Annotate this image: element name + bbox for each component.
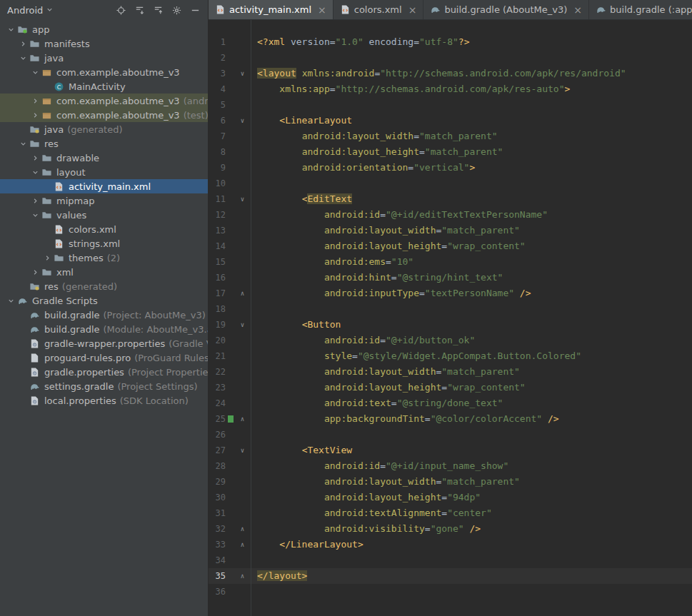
hide-icon[interactable] — [190, 5, 201, 16]
settings-icon[interactable] — [171, 5, 182, 16]
code-line[interactable]: 5 — [209, 97, 692, 113]
tree-item-gradle-wrapper-properties-gradle-version[interactable]: gradle-wrapper.properties(Gradle Version — [0, 336, 208, 350]
fold-open-icon[interactable]: ∨ — [235, 66, 250, 81]
fold-close-icon[interactable]: ∧ — [235, 537, 250, 552]
chevron-down-icon[interactable] — [30, 211, 41, 219]
code-line[interactable]: 30 android:layout_height="94dp" — [209, 490, 692, 505]
code-line[interactable]: 11∨ <EditText — [209, 191, 692, 207]
tree-item-com-example-aboutme-v3[interactable]: com.example.aboutme_v3 — [0, 65, 208, 79]
tree-item-gradle-properties-project-properties[interactable]: gradle.properties(Project Properties) — [0, 365, 208, 379]
tree-item-xml[interactable]: xml — [0, 265, 208, 279]
tree-item-strings-xml[interactable]: strings.xml — [0, 236, 208, 251]
code-line[interactable]: 32∧ android:visibility="gone" /> — [209, 521, 692, 537]
tree-item-activity-main-xml[interactable]: activity_main.xml — [0, 179, 208, 193]
locate-icon[interactable] — [116, 5, 126, 16]
chevron-down-icon[interactable] — [30, 69, 41, 76]
tree-item-res[interactable]: res — [0, 136, 208, 151]
chevron-right-icon[interactable] — [30, 268, 41, 276]
code-line[interactable]: 20 android:id="@+id/button_ok" — [209, 333, 692, 348]
chevron-right-icon[interactable] — [30, 97, 41, 105]
close-icon[interactable]: × — [573, 5, 582, 15]
expand-all-icon[interactable] — [134, 5, 145, 16]
code-line[interactable]: 22 android:layout_width="match_parent" — [209, 364, 692, 380]
fold-close-icon[interactable]: ∧ — [235, 521, 250, 537]
tree-item-local-properties-sdk-location[interactable]: local.properties(SDK Location) — [0, 393, 208, 408]
code-line[interactable]: 27∨ <TextView — [209, 443, 692, 458]
code-line[interactable]: 17∧ android:inputType="textPersonName" /… — [209, 286, 692, 301]
fold-close-icon[interactable]: ∧ — [235, 568, 250, 584]
tree-item-manifests[interactable]: manifests — [0, 36, 208, 51]
code-line[interactable]: 28 android:id="@+id/input_name_show" — [209, 458, 692, 474]
code-line[interactable]: 8 android:layout_height="match_parent" — [209, 144, 692, 160]
collapse-all-icon[interactable] — [153, 5, 164, 16]
code-line[interactable]: 29 android:layout_width="match_parent" — [209, 474, 692, 490]
code-line[interactable]: 12 android:id="@+id/editTextTextPersonNa… — [209, 207, 692, 223]
code-line[interactable]: 10 — [209, 176, 692, 191]
code-line[interactable]: 16 android:hint="@string/hint_text" — [209, 270, 692, 286]
code-line[interactable]: 3∨<layout xmlns:android="http://schemas.… — [209, 66, 692, 81]
code-line[interactable]: 9 android:orientation="vertical"> — [209, 160, 692, 176]
editor-tab-build-gradle-app[interactable]: build.gradle (:app)× — [589, 0, 692, 19]
tree-item-themes-2[interactable]: themes(2) — [0, 251, 208, 265]
code-line[interactable]: 25∧ app:backgroundTint="@color/colorAcce… — [209, 411, 692, 427]
code-line[interactable]: 15 android:ems="10" — [209, 254, 692, 270]
chevron-down-icon[interactable] — [6, 26, 16, 34]
code-line[interactable]: 31 android:textAlignment="center" — [209, 505, 692, 521]
code-line[interactable]: 26 — [209, 427, 692, 443]
chevron-right-icon[interactable] — [30, 111, 41, 119]
chevron-down-icon[interactable] — [30, 168, 41, 176]
chevron-right-icon[interactable] — [30, 154, 41, 162]
chevron-right-icon[interactable] — [42, 254, 53, 262]
fold-close-icon[interactable]: ∧ — [235, 286, 250, 301]
code-line[interactable]: 6∨ <LinearLayout — [209, 113, 692, 128]
tree-item-mainactivity[interactable]: CMainActivity — [0, 79, 208, 94]
tree-item-com-example-aboutme-v3-test[interactable]: com.example.aboutme_v3(test) — [0, 108, 208, 122]
code-line[interactable]: 1<?xml version="1.0" encoding="utf-8"?> — [209, 34, 692, 50]
close-icon[interactable]: × — [408, 5, 417, 15]
tree-item-proguard-rules-pro-proguard-rules-for-ab[interactable]: proguard-rules.pro(ProGuard Rules for Ab — [0, 350, 208, 365]
chevron-down-icon[interactable] — [6, 297, 16, 305]
tree-item-drawable[interactable]: drawable — [0, 151, 208, 165]
code-line[interactable]: 24 android:text="@string/done_text" — [209, 395, 692, 411]
close-icon[interactable]: × — [318, 5, 326, 15]
code-line[interactable]: 19∨ <Button — [209, 317, 692, 333]
code-line[interactable]: 23 android:layout_height="wrap_content" — [209, 380, 692, 395]
project-view-selector[interactable]: Android — [7, 5, 54, 16]
chevron-down-icon[interactable] — [18, 54, 29, 62]
tree-item-colors-xml[interactable]: colors.xml — [0, 222, 208, 236]
fold-open-icon[interactable]: ∨ — [235, 443, 250, 458]
code-line[interactable]: 4 xmlns:app="http://schemas.android.com/… — [209, 81, 692, 97]
fold-open-icon[interactable]: ∨ — [235, 113, 250, 128]
tree-item-gradle-scripts[interactable]: Gradle Scripts — [0, 293, 208, 308]
tree-item-res-generated[interactable]: res(generated) — [0, 279, 208, 293]
code-editor[interactable]: 1<?xml version="1.0" encoding="utf-8"?>2… — [209, 20, 692, 616]
chevron-down-icon[interactable] — [18, 140, 29, 148]
tree-item-build-gradle-project-aboutme-v3[interactable]: build.gradle(Project: AboutMe_v3) — [0, 308, 208, 322]
tree-item-java[interactable]: java — [0, 51, 208, 65]
chevron-right-icon[interactable] — [18, 40, 29, 48]
tree-item-build-gradle-module-aboutme-v3-app[interactable]: build.gradle(Module: AboutMe_v3.app) — [0, 322, 208, 336]
editor-tab-build-gradle-aboutme-v3[interactable]: build.gradle (AboutMe_v3)× — [423, 0, 589, 19]
code-line[interactable]: 21 style="@style/Widget.AppCompat.Button… — [209, 348, 692, 364]
code-line[interactable]: 35∧</layout> — [209, 568, 692, 584]
code-line[interactable]: 2 — [209, 50, 692, 66]
tree-item-settings-gradle-project-settings[interactable]: settings.gradle(Project Settings) — [0, 379, 208, 393]
tree-item-com-example-aboutme-v3-androidtes[interactable]: com.example.aboutme_v3(androidTes — [0, 94, 208, 108]
code-line[interactable]: 14 android:layout_height="wrap_content" — [209, 238, 692, 254]
tree-item-values[interactable]: values — [0, 208, 208, 222]
code-line[interactable]: 18 — [209, 301, 692, 317]
tree-item-app[interactable]: app — [0, 22, 208, 36]
fold-open-icon[interactable]: ∨ — [235, 317, 250, 333]
code-line[interactable]: 13 android:layout_width="match_parent" — [209, 223, 692, 238]
code-line[interactable]: 34 — [209, 552, 692, 568]
fold-open-icon[interactable]: ∨ — [235, 191, 250, 207]
chevron-right-icon[interactable] — [30, 197, 41, 205]
tree-item-mipmap[interactable]: mipmap — [0, 193, 208, 208]
code-line[interactable]: 33∧ </LinearLayout> — [209, 537, 692, 552]
fold-close-icon[interactable]: ∧ — [235, 411, 250, 427]
code-line[interactable]: 36 — [209, 584, 692, 600]
editor-tab-activity-main-xml[interactable]: activity_main.xml× — [209, 0, 334, 19]
code-line[interactable]: 7 android:layout_width="match_parent" — [209, 128, 692, 144]
tree-item-layout[interactable]: layout — [0, 165, 208, 179]
editor-tab-colors-xml[interactable]: colors.xml× — [334, 0, 424, 19]
